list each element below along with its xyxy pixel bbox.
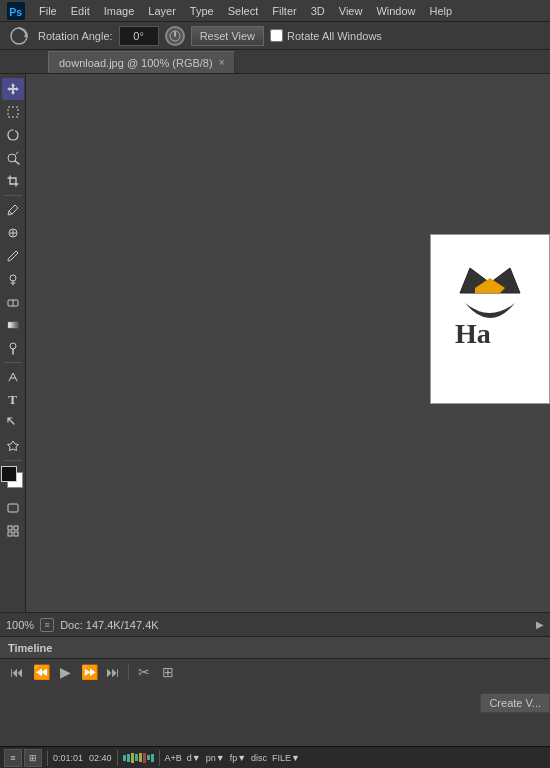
taskbar-fps: 02:40 xyxy=(89,753,112,763)
timeline-separator-1 xyxy=(128,664,129,680)
rotation-angle-label: Rotation Angle: xyxy=(38,30,113,42)
document-tab[interactable]: download.jpg @ 100% (RGB/8) × xyxy=(48,51,235,73)
meter-bar-1 xyxy=(123,755,126,761)
rotate-all-checkbox[interactable] xyxy=(270,29,283,42)
eraser-tool[interactable] xyxy=(2,291,24,313)
clone-stamp-tool[interactable] xyxy=(2,268,24,290)
taskbar-label-pn: pn▼ xyxy=(206,753,225,763)
meter-bar-5 xyxy=(139,753,142,762)
taskbar-label-file: FILE▼ xyxy=(272,753,300,763)
menu-3d[interactable]: 3D xyxy=(304,3,332,19)
tool-separator-3 xyxy=(4,460,22,461)
svg-rect-19 xyxy=(8,526,12,530)
menu-file[interactable]: File xyxy=(32,3,64,19)
audio-meter xyxy=(123,753,154,763)
options-bar: Rotation Angle: Reset View Rotate All Wi… xyxy=(0,22,550,50)
menu-view[interactable]: View xyxy=(332,3,370,19)
rotate-view-tool-icon xyxy=(6,23,32,49)
zoom-type-icon[interactable]: ≡ xyxy=(40,618,54,632)
menu-help[interactable]: Help xyxy=(423,3,460,19)
meter-bar-2 xyxy=(127,754,130,762)
main-area: T xyxy=(0,74,550,612)
svg-text:Ps: Ps xyxy=(9,5,22,17)
taskbar-left: ≡ ⊞ xyxy=(4,749,42,767)
rotate-all-windows-label[interactable]: Rotate All Windows xyxy=(270,29,382,42)
healing-tool[interactable] xyxy=(2,222,24,244)
svg-rect-16 xyxy=(8,322,18,328)
svg-line-8 xyxy=(15,161,19,164)
svg-rect-21 xyxy=(8,532,12,536)
tool-separator-2 xyxy=(4,362,22,363)
timeline-play-button[interactable]: ▶ xyxy=(56,663,74,681)
timeline-title: Timeline xyxy=(8,642,52,654)
timeline-panel: Timeline ⏮ ⏪ ▶ ⏩ ⏭ ✂ ⊞ Create V... xyxy=(0,636,550,746)
taskbar-btn-1[interactable]: ≡ xyxy=(4,749,22,767)
svg-text:Ha: Ha xyxy=(455,318,491,343)
create-video-button[interactable]: Create V... xyxy=(480,693,550,713)
status-arrow-button[interactable]: ▶ xyxy=(536,619,544,630)
taskbar: ≡ ⊞ 0:01:01 02:40 A+B d▼ pn▼ fp▼ disc FI… xyxy=(0,746,550,768)
eyedropper-tool[interactable] xyxy=(2,199,24,221)
timeline-header: Timeline xyxy=(0,637,550,659)
meter-bar-7 xyxy=(147,755,150,760)
custom-shape-tool[interactable] xyxy=(2,435,24,457)
dodge-tool[interactable] xyxy=(2,337,24,359)
marquee-tool[interactable] xyxy=(2,101,24,123)
taskbar-divider-2 xyxy=(117,750,118,766)
timeline-extra-button[interactable]: ⊞ xyxy=(159,663,177,681)
timeline-prev-frame-button[interactable]: ⏪ xyxy=(32,663,50,681)
brush-tool[interactable] xyxy=(2,245,24,267)
timeline-go-end-button[interactable]: ⏭ xyxy=(104,663,122,681)
rotation-angle-input[interactable] xyxy=(119,26,159,46)
meter-bar-4 xyxy=(135,754,138,761)
crop-tool[interactable] xyxy=(2,170,24,192)
meter-bar-3 xyxy=(131,753,134,763)
taskbar-time: 0:01:01 xyxy=(53,753,83,763)
timeline-next-frame-button[interactable]: ⏩ xyxy=(80,663,98,681)
svg-rect-22 xyxy=(14,532,18,536)
taskbar-btn-2[interactable]: ⊞ xyxy=(24,749,42,767)
menu-type[interactable]: Type xyxy=(183,3,221,19)
svg-rect-20 xyxy=(14,526,18,530)
meter-bar-6 xyxy=(143,753,146,763)
svg-point-17 xyxy=(10,343,16,349)
menu-window[interactable]: Window xyxy=(369,3,422,19)
menu-image[interactable]: Image xyxy=(97,3,142,19)
timeline-cut-button[interactable]: ✂ xyxy=(135,663,153,681)
menu-select[interactable]: Select xyxy=(221,3,266,19)
color-swatches[interactable] xyxy=(1,466,25,494)
menu-filter[interactable]: Filter xyxy=(265,3,303,19)
taskbar-playback: 0:01:01 02:40 xyxy=(53,753,112,763)
type-tool[interactable]: T xyxy=(2,389,24,411)
move-tool[interactable] xyxy=(2,78,24,100)
tab-close-button[interactable]: × xyxy=(219,57,225,68)
tab-filename: download.jpg @ 100% (RGB/8) xyxy=(59,57,213,69)
taskbar-label-d: d▼ xyxy=(187,753,201,763)
taskbar-divider-3 xyxy=(159,750,160,766)
extra-tool[interactable] xyxy=(2,520,24,542)
foreground-color-swatch[interactable] xyxy=(1,466,17,482)
document-preview: Ha xyxy=(430,234,550,404)
svg-point-13 xyxy=(10,275,16,281)
taskbar-label-disc: disc xyxy=(251,753,267,763)
taskbar-label-ab: A+B xyxy=(165,753,182,763)
svg-rect-18 xyxy=(8,504,18,512)
quick-select-tool[interactable] xyxy=(2,147,24,169)
app-logo: Ps xyxy=(4,0,28,22)
screen-mode-tool[interactable] xyxy=(2,497,24,519)
reset-view-button[interactable]: Reset View xyxy=(191,26,264,46)
toolbar: T xyxy=(0,74,26,612)
taskbar-label-fp: fp▼ xyxy=(230,753,246,763)
svg-line-9 xyxy=(16,152,18,154)
rotation-dial[interactable] xyxy=(165,26,185,46)
lasso-tool[interactable] xyxy=(2,124,24,146)
path-select-tool[interactable] xyxy=(2,412,24,434)
gradient-tool[interactable] xyxy=(2,314,24,336)
svg-rect-6 xyxy=(8,107,18,117)
timeline-controls: ⏮ ⏪ ▶ ⏩ ⏭ ✂ ⊞ xyxy=(0,659,550,685)
menu-edit[interactable]: Edit xyxy=(64,3,97,19)
pen-tool[interactable] xyxy=(2,366,24,388)
timeline-content: Create V... xyxy=(0,685,550,745)
timeline-go-start-button[interactable]: ⏮ xyxy=(8,663,26,681)
menu-layer[interactable]: Layer xyxy=(141,3,183,19)
